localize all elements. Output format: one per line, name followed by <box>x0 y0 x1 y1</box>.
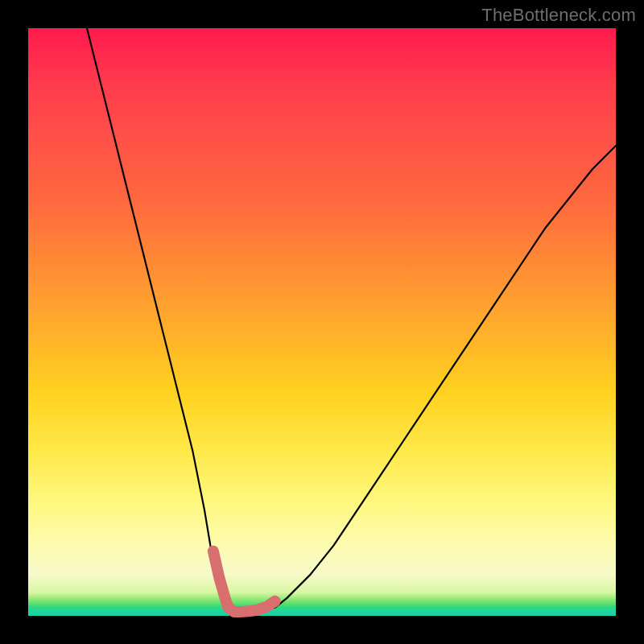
plot-area <box>28 28 616 616</box>
highlight-segment-path <box>213 551 275 612</box>
curve-layer <box>28 28 616 616</box>
watermark-text: TheBottleneck.com <box>481 5 636 26</box>
chart-frame: TheBottleneck.com <box>0 0 644 644</box>
bottleneck-curve-path <box>87 28 616 613</box>
